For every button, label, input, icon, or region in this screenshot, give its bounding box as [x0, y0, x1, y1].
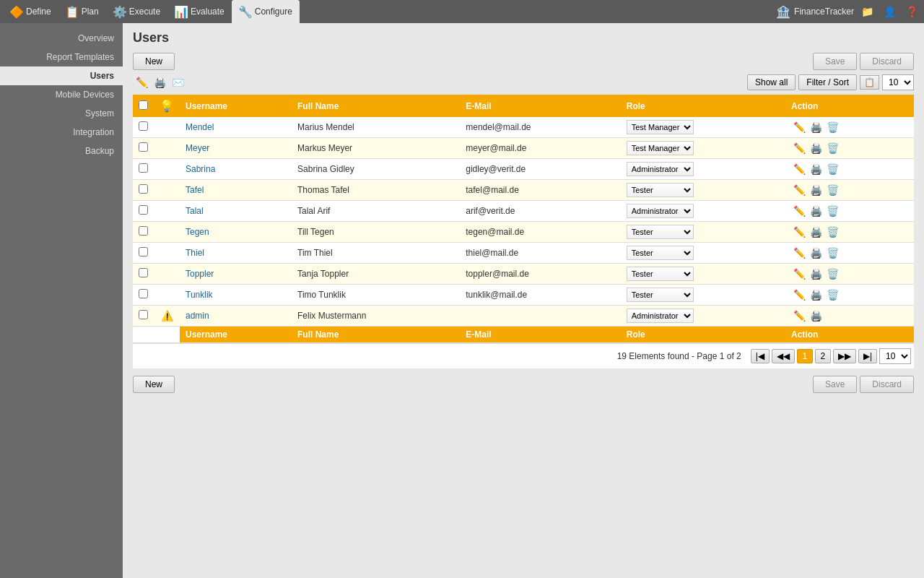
help-button[interactable]: ❓ [903, 4, 921, 19]
pagination-per-page-select[interactable]: 10 25 50 [879, 348, 911, 364]
edit-icon-btn[interactable]: ✏️ [133, 75, 151, 90]
row-checkbox[interactable] [139, 205, 148, 215]
print-action-icon[interactable]: 🖨️ [808, 184, 824, 197]
edit-action-icon[interactable]: ✏️ [791, 204, 808, 217]
page-1-btn[interactable]: 1 [797, 349, 813, 363]
username-link[interactable]: Thiel [186, 248, 204, 258]
username-link[interactable]: admin [186, 311, 209, 321]
sidebar-item-mobile-devices[interactable]: Mobile Devices [0, 85, 123, 104]
print-action-icon[interactable]: 🖨️ [808, 246, 824, 259]
nav-plan[interactable]: 📋 Plan [58, 0, 106, 23]
edit-action-icon[interactable]: ✏️ [791, 225, 808, 238]
username-link[interactable]: Tafel [186, 185, 204, 195]
delete-action-icon[interactable]: 🗑️ [824, 184, 841, 197]
show-all-button[interactable]: Show all [747, 74, 796, 90]
username-link[interactable]: Tunklik [186, 290, 213, 300]
new-button-top[interactable]: New [133, 53, 175, 70]
sidebar-item-integration[interactable]: Integration [0, 123, 123, 142]
per-page-select[interactable]: 10 25 50 [882, 74, 914, 90]
username-link[interactable]: Tegen [186, 227, 209, 237]
page-next-btn[interactable]: ▶▶ [833, 349, 856, 363]
edit-action-icon[interactable]: ✏️ [791, 246, 808, 259]
discard-button-bottom[interactable]: Discard [860, 376, 914, 393]
username-link[interactable]: Mendel [186, 122, 214, 132]
role-select[interactable]: Test ManagerAdministratorTester [627, 183, 694, 197]
role-select[interactable]: Test ManagerAdministratorTester [627, 267, 694, 281]
delete-action-icon[interactable]: 🗑️ [824, 163, 841, 176]
edit-action-icon[interactable]: ✏️ [791, 309, 808, 322]
edit-action-icon[interactable]: ✏️ [791, 163, 808, 176]
print-action-icon[interactable]: 🖨️ [808, 121, 824, 134]
nav-execute[interactable]: ⚙️ Execute [106, 0, 167, 23]
email-icon-btn[interactable]: ✉️ [169, 75, 187, 90]
export-icon-btn[interactable]: 📋 [860, 75, 879, 90]
row-checkbox[interactable] [139, 184, 148, 194]
print-icon-btn[interactable]: 🖨️ [151, 75, 169, 90]
sidebar-item-overview[interactable]: Overview [0, 29, 123, 48]
role-select[interactable]: Test ManagerAdministratorTester [627, 309, 694, 323]
filter-sort-button[interactable]: Filter / Sort [798, 74, 857, 90]
delete-action-icon[interactable]: 🗑️ [824, 225, 841, 238]
page-prev-btn[interactable]: ◀◀ [772, 349, 795, 363]
sidebar-item-system[interactable]: System [0, 104, 123, 123]
row-action-cell: ✏️🖨️🗑️ [785, 180, 914, 201]
edit-action-icon[interactable]: ✏️ [791, 184, 808, 197]
delete-action-icon[interactable]: 🗑️ [824, 267, 841, 280]
select-all-checkbox[interactable] [139, 100, 148, 110]
delete-action-icon[interactable]: 🗑️ [824, 288, 841, 301]
username-link[interactable]: Meyer [186, 143, 209, 153]
username-link[interactable]: Talal [186, 206, 204, 216]
row-checkbox[interactable] [139, 142, 148, 152]
role-select[interactable]: Test ManagerAdministratorTester [627, 120, 694, 134]
row-action-cell: ✏️🖨️🗑️ [785, 159, 914, 180]
page-first-btn[interactable]: |◀ [751, 349, 770, 363]
delete-action-icon[interactable]: 🗑️ [824, 246, 841, 259]
folder-button[interactable]: 📁 [858, 4, 876, 19]
nav-configure[interactable]: 🔧 Configure [232, 0, 300, 23]
row-checkbox[interactable] [139, 268, 148, 277]
role-select[interactable]: Test ManagerAdministratorTester [627, 225, 694, 239]
username-link[interactable]: Sabrina [186, 164, 215, 174]
sidebar-item-backup[interactable]: Backup [0, 142, 123, 160]
role-select[interactable]: Test ManagerAdministratorTester [627, 246, 694, 260]
delete-action-icon[interactable]: 🗑️ [824, 204, 841, 217]
row-checkbox[interactable] [139, 226, 148, 236]
edit-action-icon[interactable]: ✏️ [791, 121, 808, 134]
nav-define[interactable]: 🔶 Define [3, 0, 58, 23]
row-role-cell: Test ManagerAdministratorTester [621, 264, 785, 285]
role-select[interactable]: Test ManagerAdministratorTester [627, 162, 694, 176]
print-action-icon[interactable]: 🖨️ [808, 267, 824, 280]
delete-action-icon[interactable]: 🗑️ [824, 142, 841, 155]
role-select[interactable]: Test ManagerAdministratorTester [627, 141, 694, 155]
delete-action-icon[interactable]: 🗑️ [824, 121, 841, 134]
row-checkbox[interactable] [139, 310, 148, 319]
discard-button-top[interactable]: Discard [860, 53, 914, 70]
print-action-icon[interactable]: 🖨️ [808, 288, 824, 301]
print-action-icon[interactable]: 🖨️ [808, 163, 824, 176]
nav-evaluate[interactable]: 📊 Evaluate [167, 0, 232, 23]
page-last-btn[interactable]: ▶| [858, 349, 877, 363]
row-checkbox[interactable] [139, 121, 148, 131]
print-action-icon[interactable]: 🖨️ [808, 225, 824, 238]
sidebar-item-users[interactable]: Users [0, 66, 123, 85]
username-link[interactable]: Toppler [186, 269, 214, 279]
new-button-bottom[interactable]: New [133, 376, 175, 393]
user-button[interactable]: 👤 [881, 4, 899, 19]
save-button-bottom[interactable]: Save [813, 376, 857, 393]
row-checkbox[interactable] [139, 289, 148, 298]
page-2-btn[interactable]: 2 [815, 349, 831, 363]
role-select[interactable]: Test ManagerAdministratorTester [627, 204, 694, 218]
row-checkbox[interactable] [139, 247, 148, 256]
edit-action-icon[interactable]: ✏️ [791, 142, 808, 155]
print-action-icon[interactable]: 🖨️ [808, 204, 824, 217]
bottom-toolbar: New Save Discard [133, 376, 914, 393]
print-action-icon[interactable]: 🖨️ [808, 142, 824, 155]
row-fullname-cell: Tanja Toppler [292, 264, 460, 285]
print-action-icon[interactable]: 🖨️ [808, 309, 824, 322]
save-button-top[interactable]: Save [813, 53, 857, 70]
edit-action-icon[interactable]: ✏️ [791, 288, 808, 301]
role-select[interactable]: Test ManagerAdministratorTester [627, 288, 694, 302]
edit-action-icon[interactable]: ✏️ [791, 267, 808, 280]
row-checkbox[interactable] [139, 163, 148, 173]
sidebar-item-report-templates[interactable]: Report Templates [0, 48, 123, 66]
